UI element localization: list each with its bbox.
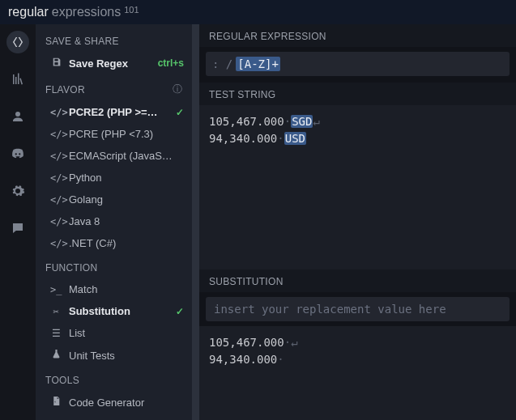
rail-chat-icon[interactable] xyxy=(6,217,29,240)
nav-rail xyxy=(0,24,36,420)
sidebar: SAVE & SHARE Save Regex ctrl+s FLAVOR ⓘ … xyxy=(36,24,192,420)
flavor-ecmascript-label: ECMAScript (JavaS… xyxy=(69,150,184,162)
substitution-input[interactable]: insert your replacement value here xyxy=(206,297,510,321)
brand-prefix: regular xyxy=(8,5,49,19)
regex-input[interactable]: : / [A-Z]+ xyxy=(206,52,510,76)
tool-codegen[interactable]: Code Generator xyxy=(36,391,192,414)
rail-account-icon[interactable] xyxy=(6,105,29,128)
save-regex-button[interactable]: Save Regex ctrl+s xyxy=(36,52,192,74)
flavor-pcre2-label: PCRE2 (PHP >=… xyxy=(69,106,168,118)
flavor-pcre[interactable]: </> PCRE (PHP <7.3) xyxy=(36,123,192,145)
section-save-share: SAVE & SHARE xyxy=(36,28,192,52)
tool-codegen-label: Code Generator xyxy=(69,397,184,409)
test-line-2-match: USD xyxy=(284,132,306,145)
test-string-input[interactable]: 105,467.000·SGD↵ 94,340.000·USD xyxy=(199,105,516,269)
section-function-label: FUNCTION xyxy=(45,262,97,274)
space-marker: · xyxy=(277,132,284,145)
flavor-golang-label: Golang xyxy=(69,193,184,206)
flavor-pcre-label: PCRE (PHP <7.3) xyxy=(69,128,184,140)
fn-match[interactable]: >_ Match xyxy=(36,278,192,300)
list-icon: ☰ xyxy=(50,328,62,339)
section-tools: TOOLS xyxy=(36,367,192,391)
code-icon: </> xyxy=(50,194,62,206)
section-save-share-label: SAVE & SHARE xyxy=(45,36,119,47)
section-function: FUNCTION xyxy=(36,254,192,278)
test-line-2-pre: 94,340.000 xyxy=(209,132,277,145)
main: REGULAR EXPRESSION : / [A-Z]+ TEST STRIN… xyxy=(199,24,516,420)
rail-settings-icon[interactable] xyxy=(6,180,29,202)
test-line-1-match: SGD xyxy=(291,115,313,128)
fn-match-label: Match xyxy=(69,283,184,295)
space-marker: · xyxy=(277,353,284,366)
sidebar-resize-handle[interactable] xyxy=(192,24,199,420)
test-line-1-pre: 105,467.000 xyxy=(209,115,284,128)
fn-substitution[interactable]: ✂ Substitution ✓ xyxy=(36,300,192,322)
section-tools-label: TOOLS xyxy=(45,375,79,386)
check-icon: ✓ xyxy=(176,306,184,317)
rail-library-icon[interactable] xyxy=(6,68,29,91)
rail-regex-icon[interactable] xyxy=(6,31,29,53)
scissors-icon: ✂ xyxy=(50,306,62,317)
rail-discord-icon[interactable] xyxy=(6,142,29,165)
save-icon xyxy=(50,57,62,70)
space-marker: · xyxy=(284,115,291,128)
flavor-ecmascript[interactable]: </> ECMAScript (JavaS… xyxy=(36,145,192,167)
fn-unit-tests-label: Unit Tests xyxy=(69,350,184,362)
sub-out-2: 94,340.000 xyxy=(209,353,277,366)
topbar: regular expressions 101 xyxy=(0,0,516,24)
code-icon: </> xyxy=(50,107,62,118)
sub-out-1: 105,467.000 xyxy=(209,336,284,349)
section-flavor-label: FLAVOR xyxy=(45,84,85,95)
code-icon: </> xyxy=(50,216,62,227)
flask-icon xyxy=(50,349,62,362)
prompt-icon: >_ xyxy=(50,284,62,295)
flavor-dotnet[interactable]: </> .NET (C#) xyxy=(36,232,192,254)
regex-pattern: [A-Z]+ xyxy=(236,57,280,71)
pane-test-header: TEST STRING xyxy=(199,83,516,105)
fn-unit-tests[interactable]: Unit Tests xyxy=(36,344,192,367)
code-icon: </> xyxy=(50,172,62,184)
fn-list-label: List xyxy=(69,327,184,339)
fn-list[interactable]: ☰ List xyxy=(36,322,192,344)
flavor-python-label: Python xyxy=(69,172,184,184)
flavor-python[interactable]: </> Python xyxy=(36,167,192,189)
substitution-output: 105,467.000·↵ 94,340.000· xyxy=(199,326,516,420)
flavor-java8-label: Java 8 xyxy=(69,215,184,227)
space-marker: · xyxy=(284,336,291,349)
lf-marker: ↵ xyxy=(291,336,297,349)
save-regex-shortcut: ctrl+s xyxy=(158,57,184,69)
flavor-java8[interactable]: </> Java 8 xyxy=(36,210,192,232)
brand-suffix: expressions xyxy=(52,5,121,19)
flavor-dotnet-label: .NET (C#) xyxy=(69,237,184,249)
fn-substitution-label: Substitution xyxy=(69,305,168,317)
flavor-help-icon[interactable]: ⓘ xyxy=(173,83,182,96)
regex-delim: : / xyxy=(212,57,232,70)
file-code-icon xyxy=(50,396,62,409)
brand-num: 101 xyxy=(124,5,139,15)
pane-sub-header: SUBSTITUTION xyxy=(199,269,516,292)
lf-marker: ↵ xyxy=(313,115,319,128)
pane-regex-header: REGULAR EXPRESSION xyxy=(199,24,516,47)
substitution-placeholder: insert your replacement value here xyxy=(214,303,446,316)
section-flavor: FLAVOR ⓘ xyxy=(36,74,192,101)
code-icon: </> xyxy=(50,151,62,162)
save-regex-label: Save Regex xyxy=(69,57,151,70)
flavor-golang[interactable]: </> Golang xyxy=(36,189,192,210)
code-icon: </> xyxy=(50,238,62,249)
code-icon: </> xyxy=(50,129,62,140)
flavor-pcre2[interactable]: </> PCRE2 (PHP >=… ✓ xyxy=(36,101,192,123)
check-icon: ✓ xyxy=(176,107,184,118)
